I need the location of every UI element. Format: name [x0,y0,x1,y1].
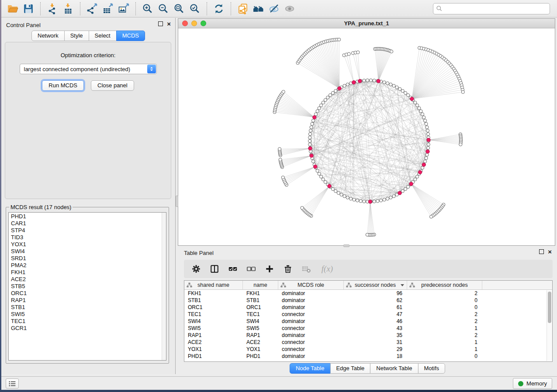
mcds-result-item[interactable]: SWI4 [9,248,166,255]
import-table-button[interactable] [60,1,76,16]
mcds-result-item[interactable]: PMA2 [9,262,166,269]
table-row[interactable]: ACE2ACE2connector311 [184,339,552,346]
float-panel-icon[interactable] [539,249,544,254]
mcds-result-item[interactable]: STP4 [9,227,166,234]
column-header-MCDS-role[interactable]: MCDS role [278,281,344,289]
show-columns-button[interactable] [208,262,221,275]
result-list-scrollbar[interactable] [162,213,166,360]
column-header-name[interactable]: name [243,281,278,289]
export-table-button[interactable] [100,1,116,16]
new-column-icon [265,264,274,274]
table-mode-button[interactable] [190,262,202,275]
table-cell: 43 [344,325,407,332]
table-scrollbar[interactable] [547,290,552,361]
table-cell: 35 [344,332,407,339]
close-window-icon[interactable] [182,21,188,26]
tab-node-table[interactable]: Node Table [290,363,331,374]
table-row[interactable]: SWI5SWI5connector431 [184,325,552,332]
new-column-button[interactable] [263,262,276,275]
table-row[interactable]: YOX1YOX1connector291 [184,346,552,353]
table-cell: dominator [278,304,344,311]
mcds-result-item[interactable]: STB5 [9,283,166,290]
hide-selected-button[interactable] [266,1,282,16]
mcds-result-item[interactable]: TID3 [9,234,166,241]
mcds-result-item[interactable]: CAR1 [9,220,166,227]
mcds-result-item[interactable]: FKH1 [9,269,166,276]
mcds-result-item[interactable]: RAP1 [9,297,166,304]
mcds-result-item[interactable]: STB1 [9,304,166,311]
run-mcds-button[interactable]: Run MCDS [42,80,84,91]
tab-network-table[interactable]: Network Table [370,363,418,374]
refresh-button[interactable] [211,1,227,16]
column-type-icon [187,282,192,288]
export-network-button[interactable] [84,1,100,16]
mcds-result-item[interactable]: YOX1 [9,241,166,248]
close-panel-icon[interactable]: × [548,249,552,254]
network-canvas[interactable] [178,28,555,245]
table-scrollbar-thumb[interactable] [548,292,551,323]
export-image-icon [118,3,129,14]
zoom-window-icon[interactable] [201,21,206,26]
close-panel-icon[interactable]: × [167,21,171,26]
mcds-result-item[interactable]: TEC1 [9,318,166,325]
mcds-result-item[interactable]: SRD1 [9,255,166,262]
zoom-out-button[interactable] [156,1,171,16]
mcds-result-item[interactable]: SWI5 [9,311,166,318]
task-history-button[interactable] [6,378,19,389]
table-row[interactable]: ORC1ORC1dominator610 [184,304,552,311]
table-cell: SWI4 [243,318,278,325]
delete-columns-button[interactable] [282,262,294,275]
close-panel-button[interactable]: Close panel [91,80,134,91]
mcds-result-item[interactable]: PHD1 [9,213,166,220]
zoom-in-button[interactable] [140,1,156,16]
select-all-icon [228,264,238,274]
clone-network-button[interactable] [235,1,251,16]
table-cell: ORC1 [243,304,278,311]
search-input[interactable] [443,4,550,13]
zoom-selected-button[interactable] [187,1,203,16]
mcds-result-item[interactable]: ACE2 [9,276,166,283]
table-cell: STB1 [243,297,278,304]
mcds-result-item[interactable]: GCR1 [9,325,166,332]
minimize-window-icon[interactable] [191,21,197,26]
vertical-splitter-handle[interactable] [176,196,178,207]
tab-edge-table[interactable]: Edge Table [330,363,370,374]
tab-select[interactable]: Select [89,31,117,41]
table-cell: dominator [278,353,344,360]
memory-button[interactable]: Memory [513,378,552,389]
network-window-titlebar[interactable]: YPA_prune.txt_1 [178,19,555,28]
column-header-shared-name[interactable]: shared name [184,281,243,289]
zoom-fit-button[interactable] [171,1,187,16]
table-row[interactable]: SWI4SWI4dominator462 [184,318,552,325]
save-session-button[interactable] [21,1,36,16]
tab-style[interactable]: Style [64,31,89,41]
open-file-button[interactable] [5,1,21,16]
select-all-button[interactable] [227,262,239,275]
criterion-dropdown[interactable]: largest connected component (undirected) [20,64,157,74]
float-panel-icon[interactable] [158,21,163,26]
table-row[interactable]: PHD1PHD1dominator180 [184,353,552,360]
show-all-button[interactable] [282,1,298,16]
table-row[interactable]: TEC1TEC1connector472 [184,311,552,318]
hide-selected-icon [269,3,280,14]
import-network-button[interactable] [45,1,60,16]
mcds-result-list[interactable]: PHD1CAR1STP4TID3YOX1SWI4SRD1PMA2FKH1ACE2… [8,212,166,361]
export-image-button[interactable] [116,1,131,16]
first-neighbors-button[interactable] [251,1,266,16]
first-neighbors-icon [253,3,264,14]
tab-motifs[interactable]: Motifs [418,363,445,374]
table-panel-title: Table Panel [184,250,214,256]
import-table-icon [62,3,74,14]
table-row[interactable]: FKH1FKH1dominator962 [184,290,552,297]
tab-mcds[interactable]: MCDS [116,31,145,41]
mcds-result-item[interactable]: ORC1 [9,290,166,297]
table-cell: 62 [344,297,407,304]
table-row[interactable]: RAP1RAP1dominator352 [184,332,552,339]
table-row[interactable]: STB1STB1dominator620 [184,297,552,304]
search-box[interactable] [433,3,550,14]
control-panel: Control Panel × NetworkStyleSelectMCDS O… [1,18,176,374]
column-header-predecessor-nodes[interactable]: predecessor nodes [407,281,482,289]
deselect-all-button[interactable] [245,262,257,275]
tab-network[interactable]: Network [31,31,65,41]
column-header-successor-nodes[interactable]: successor nodes [344,281,407,289]
